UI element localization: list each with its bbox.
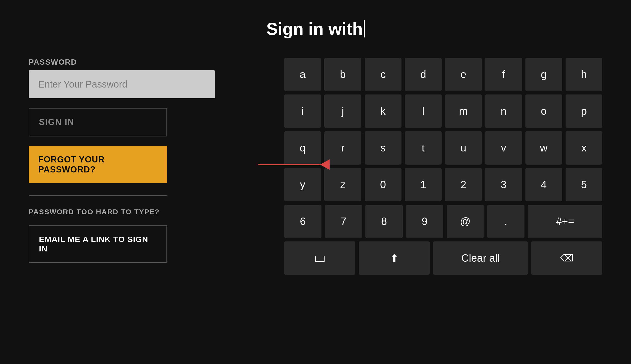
password-label: PASSWORD xyxy=(29,58,256,66)
page-title: Sign in with xyxy=(29,19,602,39)
key-c[interactable]: c xyxy=(365,58,401,91)
key-dot[interactable]: . xyxy=(487,205,524,238)
sign-in-label: SIGN IN xyxy=(39,117,74,127)
key-l[interactable]: l xyxy=(405,94,442,128)
key-m[interactable]: m xyxy=(445,94,482,128)
key-4[interactable]: 4 xyxy=(525,168,562,201)
key-o[interactable]: o xyxy=(525,94,562,128)
key-6[interactable]: 6 xyxy=(284,205,321,238)
sign-in-button[interactable]: SIGN IN xyxy=(29,108,167,136)
keyboard-row-4: y z 0 1 2 3 4 5 xyxy=(284,168,602,201)
clear-all-label: Clear all xyxy=(461,252,500,264)
key-a[interactable]: a xyxy=(284,58,321,91)
key-3[interactable]: 3 xyxy=(485,168,522,201)
keyboard-row-6: ⌴ ⬆ Clear all ⌫ xyxy=(284,242,602,275)
key-2[interactable]: 2 xyxy=(445,168,482,201)
clear-all-button[interactable]: Clear all xyxy=(433,242,528,275)
cursor-blink xyxy=(364,20,365,38)
key-k[interactable]: k xyxy=(365,94,401,128)
key-p[interactable]: p xyxy=(566,94,602,128)
key-y[interactable]: y xyxy=(284,168,321,201)
forgot-password-button[interactable]: FORGOT YOUR PASSWORD? xyxy=(29,146,167,183)
key-d[interactable]: d xyxy=(405,58,442,91)
password-field-group: PASSWORD xyxy=(29,58,256,98)
key-7[interactable]: 7 xyxy=(325,205,362,238)
key-1[interactable]: 1 xyxy=(405,168,442,201)
space-icon: ⌴ xyxy=(315,252,325,264)
key-r[interactable]: r xyxy=(324,131,361,164)
key-t[interactable]: t xyxy=(405,131,442,164)
keyboard-row-5: 6 7 8 9 @ . #+= xyxy=(284,205,602,238)
key-shift[interactable]: ⬆ xyxy=(359,242,430,275)
keyboard-row-3: q r s t u v w x xyxy=(284,131,602,164)
arrow-indicator xyxy=(258,159,330,170)
keyboard-row-1: a b c d e f g h xyxy=(284,58,602,91)
key-b[interactable]: b xyxy=(324,58,361,91)
keyboard-panel: a b c d e f g h i j k l m n o p q r s t … xyxy=(284,58,602,275)
key-e[interactable]: e xyxy=(445,58,482,91)
arrow-line xyxy=(258,164,321,165)
key-g[interactable]: g xyxy=(525,58,562,91)
key-h[interactable]: h xyxy=(566,58,602,91)
key-x[interactable]: x xyxy=(566,131,602,164)
key-8[interactable]: 8 xyxy=(365,205,403,238)
password-hint: PASSWORD TOO HARD TO TYPE? xyxy=(29,208,256,216)
key-s[interactable]: s xyxy=(365,131,401,164)
keyboard-row-2: i j k l m n o p xyxy=(284,94,602,128)
email-link-button[interactable]: EMAIL ME A LINK TO SIGN IN xyxy=(29,226,167,262)
arrow-head xyxy=(320,159,330,170)
key-u[interactable]: u xyxy=(445,131,482,164)
key-9[interactable]: 9 xyxy=(406,205,443,238)
key-symbols[interactable]: #+= xyxy=(528,205,602,238)
key-j[interactable]: j xyxy=(324,94,361,128)
key-backspace[interactable]: ⌫ xyxy=(531,242,602,275)
key-i[interactable]: i xyxy=(284,94,321,128)
backspace-icon: ⌫ xyxy=(560,252,574,264)
key-space[interactable]: ⌴ xyxy=(284,242,355,275)
section-divider xyxy=(29,195,167,196)
key-5[interactable]: 5 xyxy=(566,168,602,201)
password-input[interactable] xyxy=(29,70,215,98)
key-f[interactable]: f xyxy=(485,58,522,91)
key-v[interactable]: v xyxy=(485,131,522,164)
key-n[interactable]: n xyxy=(485,94,522,128)
key-w[interactable]: w xyxy=(525,131,562,164)
title-text: Sign in with xyxy=(266,19,363,39)
left-panel: PASSWORD SIGN IN FORGOT YOUR PASSWORD? P… xyxy=(29,58,256,262)
forgot-password-container: FORGOT YOUR PASSWORD? xyxy=(29,146,256,183)
key-at[interactable]: @ xyxy=(447,205,484,238)
email-link-label: EMAIL ME A LINK TO SIGN IN xyxy=(39,235,148,253)
shift-icon: ⬆ xyxy=(390,252,399,264)
key-0[interactable]: 0 xyxy=(365,168,401,201)
forgot-password-label: FORGOT YOUR PASSWORD? xyxy=(38,154,105,174)
main-layout: PASSWORD SIGN IN FORGOT YOUR PASSWORD? P… xyxy=(29,58,602,275)
key-z[interactable]: z xyxy=(324,168,361,201)
